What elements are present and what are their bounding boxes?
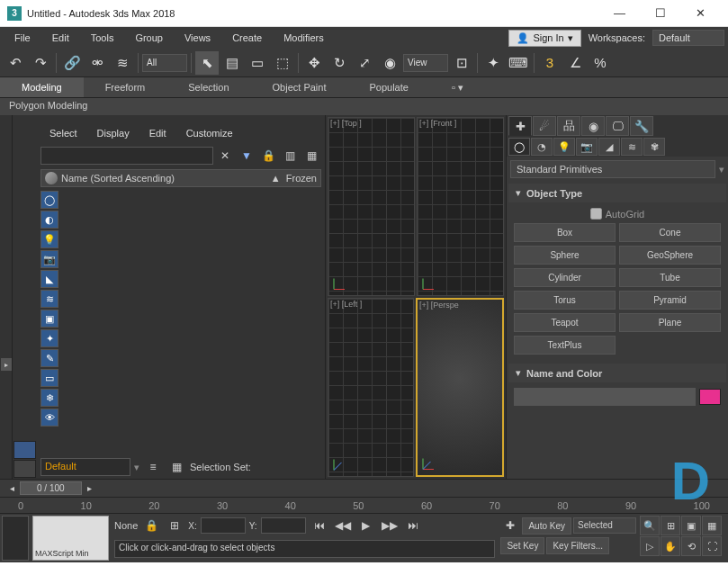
zoom-extents-all-button[interactable]: ▦ <box>702 516 722 535</box>
percent-snap-button[interactable]: % <box>589 51 612 75</box>
filter-hidden-icon[interactable]: 👁 <box>40 409 58 427</box>
ribbon-objectpaint[interactable]: Object Paint <box>251 77 348 97</box>
snap-button[interactable]: 3 <box>538 51 562 75</box>
motion-tab[interactable]: ◉ <box>581 116 605 136</box>
maximize-viewport-button[interactable]: ⛶ <box>702 536 722 556</box>
layer-dropdown[interactable]: Default <box>40 458 130 476</box>
ribbon-freeform[interactable]: Freeform <box>84 77 167 97</box>
scene-menu-edit[interactable]: Edit <box>140 128 175 139</box>
link-button[interactable]: 🔗 <box>60 51 84 75</box>
filter-bones-icon[interactable]: ✎ <box>40 349 58 367</box>
geosphere-button[interactable]: GeoSphere <box>619 246 721 265</box>
scene-menu-customize[interactable]: Customize <box>177 128 242 139</box>
scene-header[interactable]: Name (Sorted Ascending) ▲ Frozen <box>40 169 321 187</box>
filter-geometry-icon[interactable]: ◯ <box>40 191 58 209</box>
y-input[interactable] <box>261 517 306 534</box>
ribbon-populate[interactable]: Populate <box>347 77 429 97</box>
prev-frame-button[interactable]: ◀◀ <box>333 516 353 535</box>
namecolor-rollout-header[interactable]: ▾Name and Color <box>508 364 726 382</box>
cylinder-button[interactable]: Cylinder <box>514 268 616 287</box>
pan-button[interactable]: ✋ <box>661 536 680 556</box>
keyboard-button[interactable]: ⌨ <box>507 51 530 75</box>
autogrid-checkbox[interactable]: AutoGrid <box>590 208 644 220</box>
viewport-left[interactable]: [+] [Left ] <box>328 298 414 477</box>
workspace-dropdown[interactable]: Default <box>652 30 724 46</box>
select-button[interactable]: ⬉ <box>195 51 219 75</box>
filter-frozen-icon[interactable]: ❄ <box>40 389 58 407</box>
scene-list[interactable] <box>60 189 321 455</box>
goto-start-button[interactable]: ⏮ <box>310 516 329 535</box>
play-button[interactable]: ▶ <box>356 516 376 535</box>
teapot-button[interactable]: Teapot <box>514 313 616 332</box>
lock-icon[interactable]: 🔒 <box>258 146 278 166</box>
hierarchy-tab[interactable]: 品 <box>557 116 580 136</box>
select-rect-button[interactable]: ▭ <box>246 51 269 75</box>
menu-create[interactable]: Create <box>221 27 273 49</box>
move-button[interactable]: ✥ <box>302 51 326 75</box>
menu-modifiers[interactable]: Modifiers <box>273 27 335 49</box>
zoom-all-button[interactable]: ⊞ <box>661 516 680 535</box>
scene-search-input[interactable] <box>40 147 213 165</box>
menu-file[interactable]: File <box>4 27 41 49</box>
add-keys-button[interactable]: ✚ <box>500 516 520 535</box>
filter-containers-icon[interactable]: ▭ <box>40 369 58 387</box>
bind-button[interactable]: ≋ <box>111 51 134 75</box>
setkey-button[interactable]: Set Key <box>500 537 544 554</box>
viewport-front[interactable]: [+] [Front ] <box>417 117 504 296</box>
x-input[interactable] <box>201 517 246 534</box>
close-button[interactable]: ✕ <box>680 1 721 26</box>
menu-tools[interactable]: Tools <box>80 27 125 49</box>
viewport-perspective[interactable]: [+] [Perspe <box>416 298 504 477</box>
place-button[interactable]: ◉ <box>378 51 401 75</box>
prev-key-button[interactable]: ◂ <box>4 481 20 496</box>
object-color-swatch[interactable] <box>699 389 721 405</box>
unlink-button[interactable]: ⚮ <box>85 51 109 75</box>
mini-curve-editor[interactable] <box>2 516 29 561</box>
layers-icon[interactable]: ≡ <box>143 457 163 477</box>
view-mode-a-button[interactable]: ▥ <box>280 146 300 166</box>
next-frame-button[interactable]: ▶▶ <box>380 516 400 535</box>
scale-button[interactable]: ⤢ <box>353 51 376 75</box>
autokey-button[interactable]: Auto Key <box>522 517 571 535</box>
box-button[interactable]: Box <box>514 223 616 242</box>
textplus-button[interactable]: TextPlus <box>514 336 616 355</box>
filter-button[interactable]: ▼ <box>237 146 256 166</box>
next-key-button[interactable]: ▸ <box>82 481 98 496</box>
timeline-ruler[interactable]: 0 10 20 30 40 50 60 70 80 90 100 <box>0 497 728 513</box>
menu-views[interactable]: Views <box>174 27 221 49</box>
cone-button[interactable]: Cone <box>619 223 721 242</box>
time-slider[interactable]: ◂ 0 / 100 ▸ <box>0 479 728 497</box>
ribbon-modeling[interactable]: Modeling <box>0 77 84 97</box>
expand-strip-button[interactable]: ▸ <box>1 358 12 371</box>
scene-menu-select[interactable]: Select <box>40 128 86 139</box>
create-tab[interactable]: ✚ <box>508 116 532 136</box>
clear-search-button[interactable]: ✕ <box>215 146 235 166</box>
keymode-dropdown[interactable]: Selected <box>573 517 636 534</box>
modify-tab[interactable]: ☄ <box>533 116 556 136</box>
utilities-tab[interactable]: 🔧 <box>630 116 653 136</box>
filter-groups-icon[interactable]: ▣ <box>40 310 58 328</box>
shapes-category[interactable]: ◔ <box>531 138 553 156</box>
filter-lights-icon[interactable]: 💡 <box>40 230 58 248</box>
display-tab[interactable]: 🖵 <box>606 116 629 136</box>
pyramid-button[interactable]: Pyramid <box>619 291 721 310</box>
maximize-button[interactable]: ☐ <box>640 1 680 26</box>
undo-button[interactable]: ↶ <box>4 51 27 75</box>
signin-button[interactable]: 👤 Sign In ▾ <box>508 30 580 47</box>
geometry-category[interactable]: ◯ <box>508 138 530 156</box>
angle-snap-button[interactable]: ∠ <box>563 51 587 75</box>
lock-selection-button[interactable]: 🔒 <box>141 516 161 535</box>
select-name-button[interactable]: ▤ <box>220 51 244 75</box>
selection-filter-dropdown[interactable]: All <box>142 54 187 72</box>
frame-indicator[interactable]: 0 / 100 <box>20 481 82 495</box>
menu-group[interactable]: Group <box>124 27 174 49</box>
systems-category[interactable]: ✾ <box>643 138 665 156</box>
filter-helpers-icon[interactable]: ◣ <box>40 270 58 288</box>
goto-end-button[interactable]: ⏭ <box>403 516 423 535</box>
viewport-top[interactable]: [+] [Top ] <box>328 117 415 296</box>
lights-category[interactable]: 💡 <box>553 138 575 156</box>
filter-spacewarps-icon[interactable]: ≋ <box>40 290 58 308</box>
filter-shapes-icon[interactable]: ◐ <box>40 211 58 229</box>
spacewarps-category[interactable]: ≋ <box>621 138 643 156</box>
zoom-button[interactable]: 🔍 <box>640 516 660 535</box>
